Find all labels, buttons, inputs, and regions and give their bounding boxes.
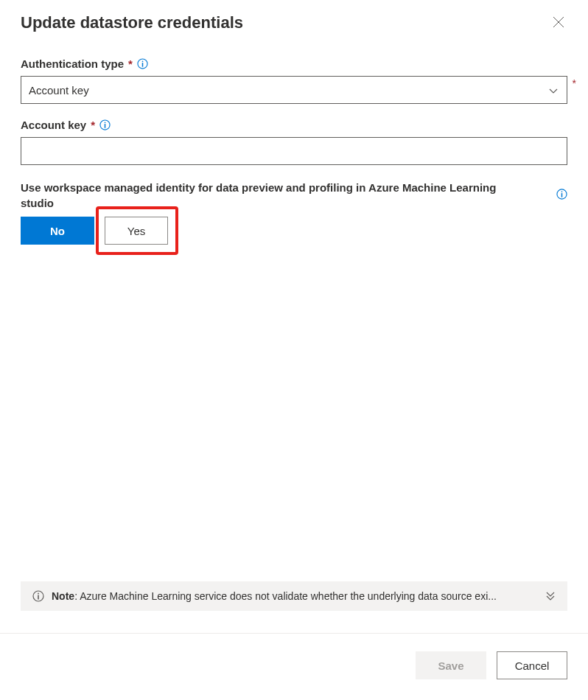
note-text: Note: Azure Machine Learning service doe… (52, 590, 538, 602)
info-icon (32, 590, 44, 602)
toggle-yes-label: Yes (127, 225, 145, 237)
svg-point-3 (142, 60, 144, 62)
dialog-title: Update datastore credentials (21, 13, 243, 32)
dialog-header: Update datastore credentials (21, 13, 567, 32)
info-icon[interactable] (137, 58, 148, 69)
managed-identity-no-button[interactable]: No (21, 217, 94, 245)
svg-point-6 (105, 122, 106, 123)
note-prefix: Note (52, 590, 74, 602)
footer-actions: Save Cancel (21, 651, 567, 700)
note-body: : Azure Machine Learning service does no… (74, 590, 497, 602)
authentication-type-value: Account key (29, 84, 89, 97)
managed-identity-label-row: Use workspace managed identity for data … (21, 180, 567, 211)
authentication-type-select[interactable]: Account key (21, 76, 567, 104)
managed-identity-field: Use workspace managed identity for data … (21, 180, 567, 245)
save-button[interactable]: Save (416, 651, 486, 679)
close-button[interactable] (550, 13, 567, 31)
cancel-button-label: Cancel (515, 659, 550, 672)
svg-rect-7 (105, 124, 106, 128)
account-key-field: Account key * (21, 119, 567, 165)
svg-rect-13 (38, 595, 39, 600)
svg-rect-10 (561, 193, 563, 197)
footer-divider (0, 633, 588, 634)
info-icon[interactable] (99, 119, 111, 130)
authentication-type-label: Authentication type (21, 57, 124, 70)
svg-point-12 (38, 593, 39, 595)
chevron-down-icon (549, 84, 558, 97)
authentication-type-label-row: Authentication type * (21, 57, 567, 70)
info-icon[interactable] (556, 189, 567, 200)
save-button-label: Save (438, 659, 463, 672)
authentication-type-field: Authentication type * Account key * (21, 57, 567, 104)
required-marker: * (91, 119, 95, 131)
managed-identity-label: Use workspace managed identity for data … (21, 180, 522, 211)
account-key-input[interactable] (21, 137, 567, 165)
toggle-no-label: No (50, 225, 65, 237)
note-bar: Note: Azure Machine Learning service doe… (21, 581, 567, 611)
account-key-label-row: Account key * (21, 119, 567, 131)
expand-note-button[interactable] (545, 591, 556, 601)
authentication-type-select-container: Account key * (21, 76, 567, 104)
managed-identity-toggle: No Yes (21, 217, 567, 245)
spacer (21, 259, 567, 581)
svg-rect-4 (142, 63, 144, 67)
svg-point-9 (561, 191, 563, 192)
account-key-label: Account key (21, 119, 86, 131)
required-marker: * (128, 57, 133, 70)
cancel-button[interactable]: Cancel (497, 651, 567, 679)
close-icon (553, 19, 564, 30)
update-credentials-dialog: Update datastore credentials Authenticat… (0, 0, 588, 700)
required-marker-outer: * (573, 77, 576, 89)
managed-identity-yes-button[interactable]: Yes (105, 217, 168, 245)
